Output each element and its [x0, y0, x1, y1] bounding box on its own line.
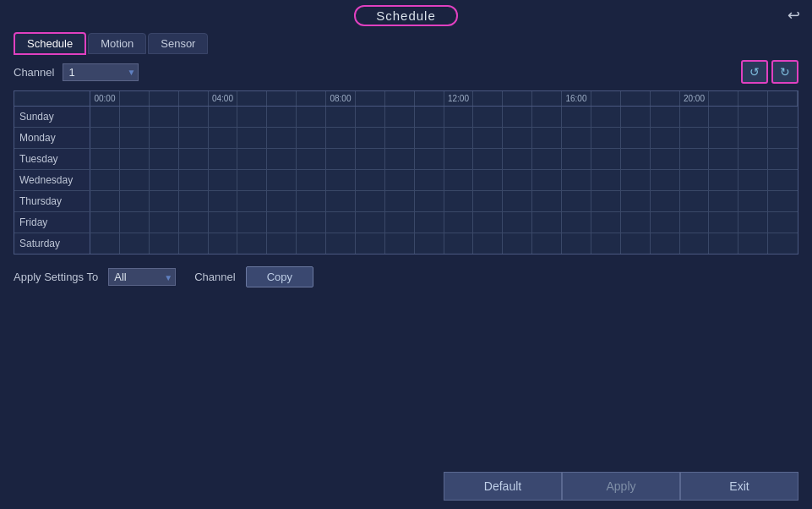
slot[interactable]	[680, 107, 710, 127]
slot[interactable]	[532, 191, 562, 211]
slot[interactable]	[768, 128, 798, 148]
slot[interactable]	[591, 170, 621, 190]
slot[interactable]	[709, 212, 738, 233]
slot[interactable]	[591, 128, 621, 148]
slot[interactable]	[768, 149, 798, 169]
slot[interactable]	[237, 170, 267, 190]
slot[interactable]	[150, 233, 179, 254]
slot[interactable]	[237, 233, 267, 254]
slot[interactable]	[768, 191, 798, 211]
slot[interactable]	[473, 170, 503, 190]
slot[interactable]	[562, 212, 591, 233]
slot[interactable]	[150, 128, 179, 148]
slot[interactable]	[591, 233, 621, 254]
slot[interactable]	[768, 233, 798, 254]
slot[interactable]	[651, 128, 680, 148]
slot[interactable]	[738, 191, 768, 211]
slot[interactable]	[150, 149, 179, 169]
slot[interactable]	[120, 212, 150, 233]
slot[interactable]	[680, 212, 710, 233]
slot[interactable]	[503, 212, 532, 233]
slot[interactable]	[267, 149, 297, 169]
slot[interactable]	[621, 191, 651, 211]
slot[interactable]	[591, 191, 621, 211]
slot[interactable]	[267, 233, 297, 254]
slot[interactable]	[473, 107, 503, 127]
slot[interactable]	[120, 170, 150, 190]
slot[interactable]	[120, 107, 150, 127]
slot[interactable]	[209, 233, 238, 254]
slot[interactable]	[90, 191, 120, 211]
undo-button[interactable]: ↺	[741, 60, 768, 84]
slot[interactable]	[209, 212, 238, 233]
slot[interactable]	[326, 233, 356, 254]
slot[interactable]	[444, 107, 474, 127]
slot[interactable]	[562, 149, 591, 169]
slot[interactable]	[738, 170, 768, 190]
slot[interactable]	[709, 107, 738, 127]
slot[interactable]	[209, 128, 238, 148]
slot[interactable]	[326, 107, 356, 127]
slot[interactable]	[237, 191, 267, 211]
slot[interactable]	[297, 212, 326, 233]
redo-button[interactable]: ↻	[771, 60, 798, 84]
slot[interactable]	[473, 212, 503, 233]
slot[interactable]	[385, 149, 415, 169]
slot[interactable]	[651, 233, 680, 254]
slot[interactable]	[385, 170, 415, 190]
slot[interactable]	[385, 128, 415, 148]
slot[interactable]	[532, 149, 562, 169]
tab-sensor[interactable]: Sensor	[148, 33, 208, 54]
slot[interactable]	[651, 170, 680, 190]
back-button[interactable]: ↩	[787, 6, 800, 25]
slot[interactable]	[209, 191, 238, 211]
slot[interactable]	[709, 149, 738, 169]
slot[interactable]	[179, 191, 209, 211]
slot[interactable]	[591, 107, 621, 127]
slot[interactable]	[768, 170, 798, 190]
slot[interactable]	[150, 170, 179, 190]
apply-button[interactable]: Apply	[562, 472, 680, 501]
slot[interactable]	[356, 128, 385, 148]
slot[interactable]	[738, 128, 768, 148]
slot[interactable]	[503, 107, 532, 127]
slot[interactable]	[621, 107, 651, 127]
slot[interactable]	[120, 191, 150, 211]
slot[interactable]	[179, 128, 209, 148]
slot[interactable]	[267, 191, 297, 211]
slot[interactable]	[267, 107, 297, 127]
slot[interactable]	[297, 107, 326, 127]
slot[interactable]	[267, 212, 297, 233]
slot[interactable]	[591, 149, 621, 169]
slot[interactable]	[415, 170, 444, 190]
slot[interactable]	[709, 233, 738, 254]
slot[interactable]	[651, 212, 680, 233]
apply-settings-select[interactable]: All 1 2 3 4	[108, 268, 176, 286]
slot[interactable]	[473, 191, 503, 211]
slot[interactable]	[90, 170, 120, 190]
slot[interactable]	[738, 233, 768, 254]
slot[interactable]	[651, 149, 680, 169]
slot[interactable]	[326, 170, 356, 190]
slot[interactable]	[326, 128, 356, 148]
slot[interactable]	[503, 191, 532, 211]
slot[interactable]	[356, 233, 385, 254]
slot[interactable]	[503, 170, 532, 190]
slot[interactable]	[237, 149, 267, 169]
slot[interactable]	[768, 107, 798, 127]
slot[interactable]	[209, 107, 238, 127]
slot[interactable]	[90, 107, 120, 127]
tab-motion[interactable]: Motion	[88, 33, 146, 54]
slot[interactable]	[444, 128, 474, 148]
slot[interactable]	[415, 107, 444, 127]
slot[interactable]	[326, 149, 356, 169]
slot[interactable]	[297, 149, 326, 169]
slot[interactable]	[444, 149, 474, 169]
slot[interactable]	[532, 128, 562, 148]
slot[interactable]	[356, 191, 385, 211]
slot[interactable]	[415, 149, 444, 169]
slot[interactable]	[444, 233, 474, 254]
slot[interactable]	[680, 191, 710, 211]
slot[interactable]	[415, 128, 444, 148]
slot[interactable]	[356, 107, 385, 127]
